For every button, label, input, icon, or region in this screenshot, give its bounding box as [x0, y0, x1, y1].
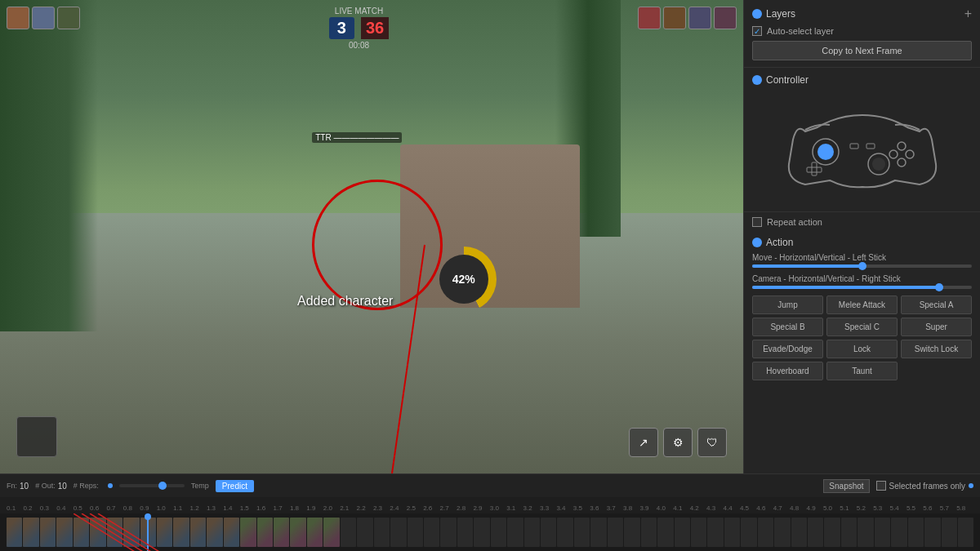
ruler-mark: 4.2 [690, 504, 706, 513]
frame-cell[interactable] [924, 518, 940, 547]
predict-button[interactable]: Predict [216, 480, 254, 492]
ruler-mark: 5.6 [923, 504, 939, 513]
frame-cell[interactable] [624, 518, 639, 547]
copy-to-next-frame-button[interactable]: Copy to Next Frame [752, 41, 972, 60]
frame-cell[interactable] [808, 518, 823, 547]
frame-cell[interactable] [307, 518, 323, 547]
frame-cell[interactable] [491, 518, 506, 547]
frame-cell[interactable] [791, 518, 807, 547]
auto-select-checkbox[interactable] [752, 26, 762, 36]
action-btn-special-a[interactable]: Special A [901, 295, 972, 314]
frame-cell[interactable] [56, 518, 72, 547]
frame-cell[interactable] [590, 518, 606, 547]
ruler-mark: 1.8 [290, 504, 306, 513]
add-layer-button[interactable]: + [964, 7, 972, 21]
selected-frames-checkbox[interactable] [876, 481, 886, 491]
frame-cell[interactable] [675, 518, 690, 547]
frame-cell[interactable] [908, 518, 924, 547]
frame-cell[interactable] [173, 518, 189, 547]
frame-cell[interactable] [440, 518, 456, 547]
timeline-frames[interactable] [0, 513, 980, 551]
frame-cell[interactable] [858, 518, 873, 547]
frame-cell[interactable] [323, 518, 339, 547]
ruler-mark: 0.3 [40, 504, 56, 513]
frame-cell[interactable] [758, 518, 773, 547]
frame-cell[interactable] [190, 518, 206, 547]
ruler-mark: 2.3 [373, 504, 390, 513]
hud-move-icon[interactable]: ↗ [629, 428, 658, 457]
frame-cell[interactable] [958, 518, 973, 547]
frame-cell[interactable] [707, 518, 723, 547]
action-btn-switch-lock[interactable]: Switch Lock [901, 340, 972, 358]
repeat-action-checkbox[interactable] [752, 217, 762, 227]
frame-cell[interactable] [608, 518, 623, 547]
action-btn-super[interactable]: Super [901, 318, 972, 336]
frame-cell[interactable] [891, 518, 906, 547]
frame-cell[interactable] [240, 518, 256, 547]
frame-cell[interactable] [74, 518, 89, 547]
action-btn-melee-attack[interactable]: Melee Attack [826, 295, 898, 314]
enemy-score: 36 [361, 17, 389, 39]
frame-cell[interactable] [123, 518, 139, 547]
frame-cell[interactable] [541, 518, 556, 547]
move-slider-track[interactable] [752, 264, 972, 268]
action-btn-jump[interactable]: Jump [752, 295, 823, 314]
frame-cell[interactable] [824, 518, 840, 547]
frame-cell[interactable] [357, 518, 372, 547]
action-btn-special-c[interactable]: Special C [826, 318, 898, 336]
temp-slider[interactable] [119, 484, 185, 487]
action-btn-evade/dodge[interactable]: Evade/Dodge [752, 340, 823, 358]
action-btn-special-b[interactable]: Special B [752, 318, 823, 336]
selected-frames-control: Selected frames only [876, 481, 973, 491]
frame-cell[interactable] [290, 518, 305, 547]
frame-cell[interactable] [224, 518, 239, 547]
frame-cell[interactable] [107, 518, 122, 547]
playhead-marker [145, 513, 151, 520]
frame-cell[interactable] [657, 518, 673, 547]
ruler-mark: 1.0 [157, 504, 173, 513]
frame-cell[interactable] [207, 518, 222, 547]
frame-cell[interactable] [524, 518, 540, 547]
frame-cell[interactable] [90, 518, 105, 547]
frame-cell[interactable] [741, 518, 756, 547]
snapshot-button[interactable]: Snapshot [823, 479, 869, 493]
hud-settings-icon[interactable]: ⚙ [663, 428, 693, 457]
camera-slider-track[interactable] [752, 286, 972, 289]
frame-cell[interactable] [875, 518, 890, 547]
frame-cell[interactable] [341, 518, 356, 547]
action-btn-lock[interactable]: Lock [826, 340, 898, 358]
camera-slider-thumb[interactable] [935, 283, 943, 291]
frame-cell[interactable] [40, 518, 56, 547]
action-btn-hoverboard[interactable]: Hoverboard [752, 362, 823, 380]
frame-cell[interactable] [390, 518, 406, 547]
frame-cell[interactable] [557, 518, 572, 547]
hud-shield-icon[interactable]: 🛡 [697, 428, 727, 457]
frame-cell[interactable] [424, 518, 439, 547]
selected-frames-label: Selected frames only [889, 482, 965, 491]
frame-cell[interactable] [408, 518, 423, 547]
frame-cell[interactable] [23, 518, 38, 547]
frame-cell[interactable] [724, 518, 740, 547]
frame-cell[interactable] [274, 518, 289, 547]
action-btn-taunt[interactable]: Taunt [826, 362, 898, 380]
frame-cell[interactable] [257, 518, 273, 547]
frame-cell[interactable] [774, 518, 790, 547]
frame-cell[interactable] [691, 518, 706, 547]
frame-cell[interactable] [474, 518, 489, 547]
action-buttons-grid: JumpMelee AttackSpecial ASpecial BSpecia… [752, 295, 972, 380]
frame-cell[interactable] [457, 518, 473, 547]
frame-cell[interactable] [574, 518, 590, 547]
reps-label: # Reps: [74, 482, 99, 490]
frame-cell[interactable] [507, 518, 523, 547]
move-slider-thumb[interactable] [858, 262, 866, 270]
frame-cell[interactable] [841, 518, 857, 547]
frame-cell[interactable] [942, 518, 957, 547]
frame-cell[interactable] [157, 518, 172, 547]
frame-cell[interactable] [641, 518, 657, 547]
frame-cell[interactable] [374, 518, 390, 547]
temp-thumb[interactable] [158, 482, 167, 490]
frame-cell[interactable] [7, 518, 22, 547]
svg-rect-12 [866, 144, 875, 149]
enemy-avatar-2 [663, 7, 686, 29]
game-hud: LIVE MATCH 3 36 00:08 [0, 0, 743, 56]
